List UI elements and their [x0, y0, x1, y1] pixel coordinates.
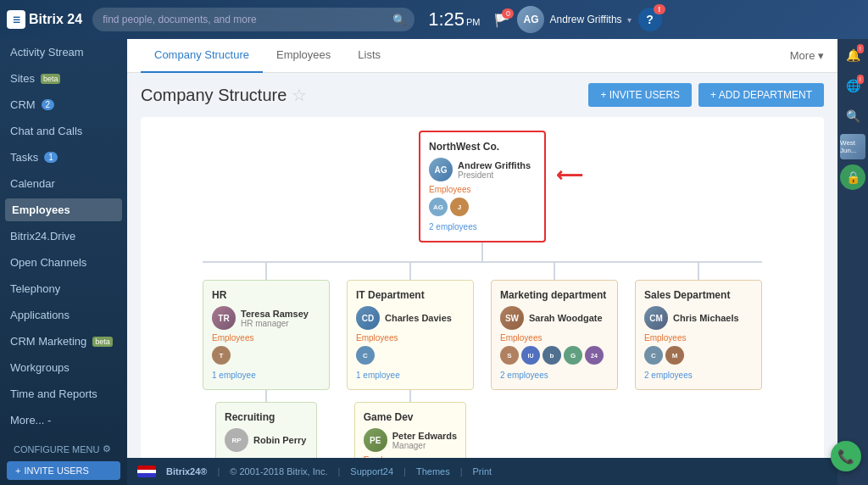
hr-person-role: HR manager	[241, 319, 309, 328]
topbar-icons: 🏳️ 0	[493, 12, 510, 28]
sidebar-item-tasks[interactable]: Tasks1	[0, 144, 127, 170]
footer-print-link[interactable]: Print	[473, 466, 492, 477]
hr-person: TR Teresa Ramsey HR manager	[212, 306, 320, 330]
sidebar-item-chat[interactable]: Chat and Calls	[0, 118, 127, 144]
root-mini-avatar-2: J	[450, 198, 469, 216]
org-chart-container: NorthWest Co. AG Andrew Griffiths Presid…	[141, 117, 824, 458]
root-mini-avatar-1: AG	[429, 198, 448, 216]
right-lock-icon[interactable]: 🔒	[840, 164, 865, 190]
topbar: ☰ Bitrix 24 🔍 1:25PM 🏳️ 0 AG Andrew Grif…	[0, 0, 868, 39]
sidebar-item-telephony[interactable]: Telephony	[0, 276, 127, 302]
sidebar-label-activity: Activity Stream	[10, 46, 84, 59]
sidebar-item-activity[interactable]: Activity Stream	[0, 39, 127, 65]
footer-themes-link[interactable]: Themes	[416, 466, 450, 477]
content-area: Company Structure Employees Lists More ▾…	[127, 39, 837, 485]
m-av-1: S	[500, 346, 519, 365]
main-layout: Activity Stream Sitesbeta CRM2 Chat and …	[0, 39, 868, 485]
sidebar-invite-button[interactable]: + INVITE USERS	[7, 461, 120, 480]
sales-avatars: C M	[644, 346, 753, 365]
footer-support-link[interactable]: Support24	[350, 466, 393, 477]
app-logo[interactable]: ☰ Bitrix 24	[7, 10, 82, 29]
m-av-2: iU	[521, 346, 540, 365]
tab-lists[interactable]: Lists	[344, 39, 394, 73]
favorite-star-icon[interactable]: ☆	[292, 85, 307, 105]
notifications-icon[interactable]: 🏳️ 0	[493, 12, 510, 28]
root-node-wrap: NorthWest Co. AG Andrew Griffiths Presid…	[419, 131, 546, 242]
marketing-person: SW Sarah Woodgate	[500, 306, 609, 330]
search-icon: 🔍	[392, 14, 406, 26]
it-connector-v	[409, 263, 411, 280]
configure-menu[interactable]: CONFIGURE MENU ⚙	[7, 440, 120, 458]
sidebar-item-openchannels[interactable]: Open Channels	[0, 249, 127, 276]
page-content: Company Structure ☆ + INVITE USERS + ADD…	[127, 73, 837, 458]
hr-employees-link[interactable]: 1 employee	[212, 371, 256, 380]
root-connector-down	[481, 242, 483, 261]
sidebar-item-workgroups[interactable]: Workgroups	[0, 354, 127, 381]
root-employees-link[interactable]: 2 employees	[429, 222, 477, 231]
right-search-icon[interactable]: 🔍	[840, 103, 865, 129]
search-input[interactable]	[92, 8, 415, 31]
language-flag[interactable]	[137, 465, 156, 477]
sidebar-item-timereports[interactable]: Time and Reports	[0, 381, 127, 407]
gamedev-connector-v	[409, 390, 411, 402]
org-node-sales[interactable]: Sales Department CM Chris Michaels Emplo…	[635, 280, 762, 390]
s-av-2: M	[665, 346, 684, 365]
sidebar-item-crmmarketing[interactable]: CRM Marketingbeta	[0, 328, 127, 354]
branch-it: IT Department CD Charles Davies Employee…	[347, 263, 474, 458]
it-person: CD Charles Davies	[356, 306, 465, 330]
sidebar-item-sites[interactable]: Sitesbeta	[0, 65, 127, 92]
sales-employees-link[interactable]: 2 employees	[644, 371, 693, 380]
sales-employees-label: Employees	[644, 333, 753, 343]
org-node-recruiting[interactable]: Recruiting RP Robin Perry	[215, 402, 317, 458]
marketing-connector-v	[554, 263, 555, 280]
org-root-level: NorthWest Co. AG Andrew Griffiths Presid…	[419, 131, 546, 242]
org-node-it[interactable]: IT Department CD Charles Davies Employee…	[347, 280, 474, 390]
hr-person-name: Teresa Ramsey	[241, 309, 309, 319]
user-dropdown-icon: ▾	[627, 15, 632, 25]
hr-connector-v	[265, 263, 267, 280]
recruiting-dept-name: Recruiting	[225, 411, 308, 423]
tab-employees[interactable]: Employees	[263, 39, 344, 73]
phone-fab-button[interactable]: 📞	[831, 441, 861, 471]
sidebar-item-calendar[interactable]: Calendar	[0, 170, 127, 197]
s-av-1: C	[644, 346, 663, 365]
page-title: Company Structure ☆	[141, 85, 307, 105]
sidebar-item-applications[interactable]: Applications	[0, 302, 127, 328]
recruiting-avatar: RP	[225, 428, 248, 452]
help-button[interactable]: ? !	[638, 8, 662, 31]
org-node-marketing[interactable]: Marketing department SW Sarah Woodgate E…	[491, 280, 618, 390]
marketing-person-name: Sarah Woodgate	[529, 313, 603, 323]
invite-users-button[interactable]: + INVITE USERS	[588, 83, 692, 107]
sales-avatar: CM	[644, 306, 668, 330]
org-node-hr[interactable]: HR TR Teresa Ramsey HR manager Employees	[203, 280, 330, 390]
sales-person: CM Chris Michaels	[644, 306, 753, 330]
it-employees-link[interactable]: 1 employee	[356, 371, 400, 380]
user-name: Andrew Griffiths	[549, 14, 621, 25]
org-node-gamedev[interactable]: Game Dev PE Peter Edwards Manager Employ…	[354, 402, 466, 458]
logo-icon: ☰	[7, 10, 25, 29]
gamedev-dept-name: Game Dev	[364, 411, 457, 423]
sidebar-item-drive[interactable]: Bitrix24.Drive	[0, 223, 127, 249]
user-menu[interactable]: AG Andrew Griffiths ▾	[517, 6, 631, 33]
sales-person-name: Chris Michaels	[673, 313, 739, 323]
marketing-employees-link[interactable]: 2 employees	[500, 371, 548, 380]
sidebar-item-employees[interactable]: Employees	[5, 198, 122, 221]
root-person-role: President	[458, 170, 531, 180]
marketing-avatar: SW	[500, 306, 524, 330]
right-globe-icon[interactable]: 🌐!	[840, 73, 865, 98]
hr-avatar: TR	[212, 306, 236, 330]
recruiting-person: RP Robin Perry	[225, 428, 308, 452]
sidebar-item-more[interactable]: More... -	[0, 407, 127, 433]
gamedev-person-role: Manager	[392, 441, 457, 450]
marketing-employees-label: Employees	[500, 333, 609, 343]
tab-more[interactable]: More ▾	[790, 49, 824, 62]
recruiting-person-name: Robin Perry	[253, 435, 306, 445]
sidebar-item-crm[interactable]: CRM2	[0, 92, 127, 118]
org-node-root[interactable]: NorthWest Co. AG Andrew Griffiths Presid…	[419, 131, 546, 242]
root-person: AG Andrew Griffiths President	[429, 158, 536, 181]
right-notifications-icon[interactable]: 🔔!	[840, 42, 865, 68]
tab-company-structure[interactable]: Company Structure	[141, 39, 263, 73]
add-department-button[interactable]: + ADD DEPARTMENT	[698, 83, 824, 107]
gamedev-person: PE Peter Edwards Manager	[364, 428, 457, 452]
marketing-avatars: S iU b G 24	[500, 346, 609, 365]
